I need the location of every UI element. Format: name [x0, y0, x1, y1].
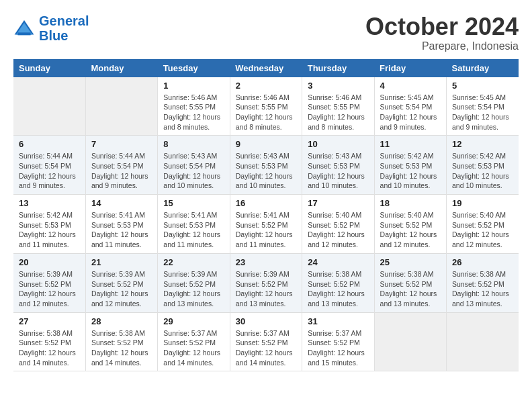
day-info: Sunrise: 5:38 AM Sunset: 5:52 PM Dayligh… [19, 328, 80, 368]
calendar-body: 1Sunrise: 5:46 AM Sunset: 5:55 PM Daylig… [13, 77, 519, 371]
day-info: Sunrise: 5:43 AM Sunset: 5:54 PM Dayligh… [163, 151, 224, 191]
calendar-cell [374, 312, 446, 371]
calendar-cell: 3Sunrise: 5:46 AM Sunset: 5:55 PM Daylig… [302, 77, 374, 136]
day-info: Sunrise: 5:46 AM Sunset: 5:55 PM Dayligh… [163, 93, 224, 132]
week-row: 13Sunrise: 5:42 AM Sunset: 5:53 PM Dayli… [13, 195, 519, 254]
calendar-cell: 24Sunrise: 5:38 AM Sunset: 5:52 PM Dayli… [302, 253, 374, 312]
logo-icon [13, 17, 35, 39]
calendar-cell: 19Sunrise: 5:40 AM Sunset: 5:52 PM Dayli… [447, 195, 519, 254]
week-row: 20Sunrise: 5:39 AM Sunset: 5:52 PM Dayli… [13, 253, 519, 312]
day-number: 21 [91, 257, 152, 267]
day-number: 18 [380, 198, 441, 208]
day-info: Sunrise: 5:41 AM Sunset: 5:53 PM Dayligh… [91, 210, 152, 250]
day-number: 26 [452, 257, 513, 267]
day-number: 8 [163, 139, 224, 149]
column-header-monday: Monday [85, 59, 157, 77]
calendar-cell: 8Sunrise: 5:43 AM Sunset: 5:54 PM Daylig… [158, 136, 230, 195]
day-info: Sunrise: 5:46 AM Sunset: 5:55 PM Dayligh… [236, 93, 296, 132]
calendar-cell: 20Sunrise: 5:39 AM Sunset: 5:52 PM Dayli… [13, 253, 85, 312]
calendar-cell: 2Sunrise: 5:46 AM Sunset: 5:55 PM Daylig… [230, 77, 302, 136]
calendar-cell: 14Sunrise: 5:41 AM Sunset: 5:53 PM Dayli… [85, 195, 157, 254]
calendar-header: SundayMondayTuesdayWednesdayThursdayFrid… [13, 59, 519, 77]
day-number: 25 [380, 257, 441, 267]
day-info: Sunrise: 5:38 AM Sunset: 5:52 PM Dayligh… [452, 269, 513, 309]
calendar-cell: 7Sunrise: 5:44 AM Sunset: 5:54 PM Daylig… [85, 136, 157, 195]
column-header-sunday: Sunday [13, 59, 85, 77]
calendar-cell: 18Sunrise: 5:40 AM Sunset: 5:52 PM Dayli… [374, 195, 446, 254]
day-number: 6 [19, 139, 80, 149]
day-number: 27 [19, 316, 80, 326]
calendar-cell: 15Sunrise: 5:41 AM Sunset: 5:53 PM Dayli… [158, 195, 230, 254]
day-number: 15 [163, 198, 224, 208]
day-number: 30 [236, 316, 296, 326]
day-info: Sunrise: 5:42 AM Sunset: 5:53 PM Dayligh… [19, 210, 80, 250]
calendar-cell: 9Sunrise: 5:43 AM Sunset: 5:53 PM Daylig… [230, 136, 302, 195]
day-info: Sunrise: 5:45 AM Sunset: 5:54 PM Dayligh… [452, 93, 513, 132]
week-row: 6Sunrise: 5:44 AM Sunset: 5:54 PM Daylig… [13, 136, 519, 195]
calendar-cell: 11Sunrise: 5:42 AM Sunset: 5:53 PM Dayli… [374, 136, 446, 195]
calendar-table: SundayMondayTuesdayWednesdayThursdayFrid… [13, 59, 519, 372]
day-info: Sunrise: 5:40 AM Sunset: 5:52 PM Dayligh… [380, 210, 441, 250]
day-number: 10 [308, 139, 368, 149]
day-info: Sunrise: 5:37 AM Sunset: 5:52 PM Dayligh… [308, 328, 368, 368]
day-number: 29 [163, 316, 224, 326]
column-header-thursday: Thursday [302, 59, 374, 77]
logo-text: General Blue [39, 13, 89, 43]
title-area: October 2024 Parepare, Indonesia [365, 13, 519, 52]
day-info: Sunrise: 5:41 AM Sunset: 5:53 PM Dayligh… [163, 210, 224, 250]
day-number: 16 [236, 198, 296, 208]
calendar-cell: 30Sunrise: 5:37 AM Sunset: 5:52 PM Dayli… [230, 312, 302, 371]
day-number: 31 [308, 316, 368, 326]
calendar-cell: 17Sunrise: 5:40 AM Sunset: 5:52 PM Dayli… [302, 195, 374, 254]
header-row: SundayMondayTuesdayWednesdayThursdayFrid… [13, 59, 519, 77]
calendar-cell: 13Sunrise: 5:42 AM Sunset: 5:53 PM Dayli… [13, 195, 85, 254]
column-header-tuesday: Tuesday [158, 59, 230, 77]
calendar-cell: 31Sunrise: 5:37 AM Sunset: 5:52 PM Dayli… [302, 312, 374, 371]
calendar-cell: 28Sunrise: 5:38 AM Sunset: 5:52 PM Dayli… [85, 312, 157, 371]
day-info: Sunrise: 5:41 AM Sunset: 5:52 PM Dayligh… [236, 210, 296, 250]
day-number: 24 [308, 257, 368, 267]
day-number: 4 [380, 81, 441, 91]
day-info: Sunrise: 5:40 AM Sunset: 5:52 PM Dayligh… [452, 210, 513, 250]
logo-blue: Blue [39, 28, 68, 43]
day-number: 1 [163, 81, 224, 91]
week-row: 27Sunrise: 5:38 AM Sunset: 5:52 PM Dayli… [13, 312, 519, 371]
day-number: 14 [91, 198, 152, 208]
calendar-cell: 1Sunrise: 5:46 AM Sunset: 5:55 PM Daylig… [158, 77, 230, 136]
day-number: 5 [452, 81, 513, 91]
day-info: Sunrise: 5:39 AM Sunset: 5:52 PM Dayligh… [236, 269, 296, 309]
month-title: October 2024 [365, 13, 519, 40]
day-number: 12 [452, 139, 513, 149]
calendar-cell: 16Sunrise: 5:41 AM Sunset: 5:52 PM Dayli… [230, 195, 302, 254]
calendar-cell [447, 312, 519, 371]
day-number: 3 [308, 81, 368, 91]
day-info: Sunrise: 5:40 AM Sunset: 5:52 PM Dayligh… [308, 210, 368, 250]
day-number: 9 [236, 139, 296, 149]
column-header-friday: Friday [374, 59, 446, 77]
day-info: Sunrise: 5:37 AM Sunset: 5:52 PM Dayligh… [236, 328, 296, 368]
day-info: Sunrise: 5:44 AM Sunset: 5:54 PM Dayligh… [91, 151, 152, 191]
calendar-cell: 21Sunrise: 5:39 AM Sunset: 5:52 PM Dayli… [85, 253, 157, 312]
day-number: 19 [452, 198, 513, 208]
day-info: Sunrise: 5:37 AM Sunset: 5:52 PM Dayligh… [163, 328, 224, 368]
day-info: Sunrise: 5:46 AM Sunset: 5:55 PM Dayligh… [308, 93, 368, 132]
day-number: 28 [91, 316, 152, 326]
calendar-cell: 27Sunrise: 5:38 AM Sunset: 5:52 PM Dayli… [13, 312, 85, 371]
day-number: 22 [163, 257, 224, 267]
calendar-cell: 5Sunrise: 5:45 AM Sunset: 5:54 PM Daylig… [447, 77, 519, 136]
day-info: Sunrise: 5:39 AM Sunset: 5:52 PM Dayligh… [19, 269, 80, 309]
calendar-cell: 26Sunrise: 5:38 AM Sunset: 5:52 PM Dayli… [447, 253, 519, 312]
logo-general: General [39, 13, 89, 28]
day-number: 20 [19, 257, 80, 267]
day-info: Sunrise: 5:43 AM Sunset: 5:53 PM Dayligh… [308, 151, 368, 191]
day-number: 23 [236, 257, 296, 267]
day-info: Sunrise: 5:38 AM Sunset: 5:52 PM Dayligh… [91, 328, 152, 368]
day-info: Sunrise: 5:38 AM Sunset: 5:52 PM Dayligh… [308, 269, 368, 309]
calendar-cell: 23Sunrise: 5:39 AM Sunset: 5:52 PM Dayli… [230, 253, 302, 312]
logo: General Blue [13, 13, 89, 43]
calendar-cell [13, 77, 85, 136]
calendar-cell: 10Sunrise: 5:43 AM Sunset: 5:53 PM Dayli… [302, 136, 374, 195]
column-header-saturday: Saturday [447, 59, 519, 77]
day-info: Sunrise: 5:45 AM Sunset: 5:54 PM Dayligh… [380, 93, 441, 132]
day-number: 2 [236, 81, 296, 91]
